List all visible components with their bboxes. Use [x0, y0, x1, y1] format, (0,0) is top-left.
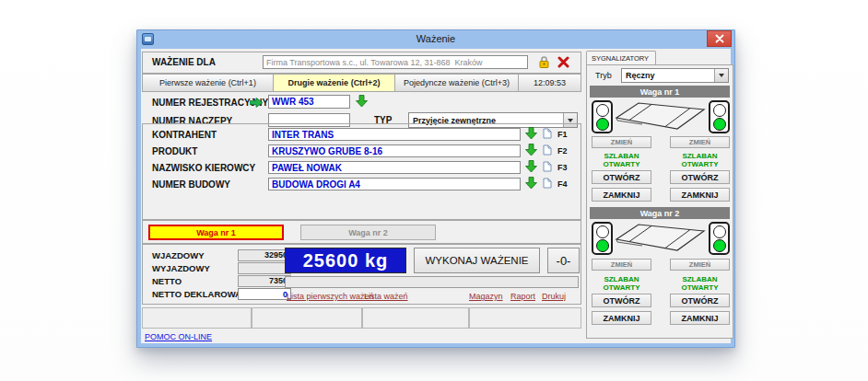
- traffic-light-icon: [592, 100, 613, 133]
- warehouse-link[interactable]: Magazyn: [469, 292, 503, 301]
- mode-select[interactable]: Ręczny: [621, 68, 729, 83]
- info-cell-1: [142, 307, 252, 329]
- net-weight-label: NETTO: [152, 276, 182, 286]
- weighing-for-label: WAŻENIE DLA: [152, 57, 216, 67]
- clear-icon[interactable]: [557, 56, 569, 68]
- site-dropdown-arrow-icon[interactable]: [525, 177, 537, 190]
- desktop: Ważenie WAŻENIE DLA Pierwsze ważenie (Ct: [0, 0, 868, 381]
- driver-fkey-label: F3: [557, 163, 568, 172]
- zero-button[interactable]: -0-: [547, 248, 580, 273]
- tab-scale-1[interactable]: Waga nr 1: [148, 225, 284, 240]
- green-light-on: [596, 118, 609, 131]
- perform-weighing-button[interactable]: WYKONAJ WAŻENIE: [414, 248, 540, 273]
- declared-net-input[interactable]: [238, 288, 291, 300]
- product-label: PRODUKT: [152, 146, 197, 156]
- scale2-right-close-button[interactable]: ZAMKNIJ: [670, 311, 730, 325]
- scale2-left-change-button[interactable]: ZMIEŃ: [592, 259, 651, 271]
- clock: 12:09:53: [518, 74, 581, 92]
- tab-scale-2[interactable]: Waga nr 2: [300, 225, 436, 240]
- report-link[interactable]: Raport: [510, 292, 535, 301]
- exit-weight-value: [238, 262, 291, 274]
- chevron-down-icon: [719, 74, 724, 77]
- net-weight-value: 7350: [238, 275, 291, 287]
- entry-weight-value: 32950: [238, 249, 291, 261]
- signals-scale1-header: Waga nr 1: [590, 86, 730, 98]
- scale1-left-change-button[interactable]: ZMIEŃ: [592, 136, 651, 148]
- tab-signals[interactable]: SYGNALIZATORY: [586, 51, 656, 65]
- scale1-right-close-button[interactable]: ZAMKNIJ: [670, 188, 730, 202]
- registration-number-input[interactable]: [268, 95, 350, 109]
- scale2-right-barrier-status: SZLABAN OTWARTY: [670, 275, 730, 292]
- info-cell-4: [469, 307, 581, 329]
- first-weighings-list-link[interactable]: Lista pierwszych ważeń: [287, 292, 374, 301]
- info-cell-2: [252, 307, 362, 329]
- green-light-on: [596, 239, 609, 252]
- driver-name-input[interactable]: [268, 161, 521, 174]
- red-light-off: [596, 225, 609, 238]
- contractor-input[interactable]: [268, 128, 521, 141]
- signals-scale2-header: Waga nr 2: [590, 207, 730, 219]
- site-number-label: NUMER BUDOWY: [152, 179, 230, 190]
- window-content: WAŻENIE DLA Pierwsze ważenie (Ctrl+1) Dr…: [141, 49, 731, 343]
- driver-document-icon[interactable]: [543, 161, 552, 172]
- registration-dropdown-arrow-icon[interactable]: [356, 95, 368, 108]
- site-document-icon[interactable]: [543, 178, 552, 189]
- scale1-left-open-button[interactable]: OTWÓRZ: [592, 170, 651, 184]
- contractor-document-icon[interactable]: [543, 128, 552, 139]
- contractor-label: KONTRAHENT: [152, 130, 217, 140]
- tab-second-weighing[interactable]: Drugie ważenie (Ctrl+2): [273, 74, 395, 92]
- online-help-link[interactable]: POMOC ON-LINE: [145, 332, 212, 341]
- weighbridge-icon: [615, 98, 708, 134]
- weighing-for-input[interactable]: [263, 55, 528, 69]
- mode-label: Tryb: [595, 71, 612, 80]
- product-document-icon[interactable]: [543, 144, 552, 156]
- arrow-right-icon: [250, 98, 264, 108]
- scale1-right-barrier-status: SZLABAN OTWARTY: [670, 152, 730, 168]
- scale2-left-open-button[interactable]: OTWÓRZ: [592, 294, 651, 307]
- window-title: Ważenie: [137, 33, 734, 44]
- driver-dropdown-arrow-icon[interactable]: [525, 160, 537, 173]
- site-number-input[interactable]: [268, 178, 521, 190]
- exit-weight-label: WYJAZDOWY: [152, 263, 210, 273]
- tab-first-weighing[interactable]: Pierwsze ważenie (Ctrl+1): [142, 74, 274, 92]
- scale2-right-open-button[interactable]: OTWÓRZ: [670, 294, 730, 307]
- weighing-window: Ważenie WAŻENIE DLA Pierwsze ważenie (Ct: [136, 29, 735, 348]
- product-fkey-label: F2: [557, 146, 568, 156]
- scale1-left-barrier-status: SZLABAN OTWARTY: [592, 152, 651, 168]
- scale1-right-open-button[interactable]: OTWÓRZ: [670, 170, 730, 184]
- tab-single-weighing[interactable]: Pojedyncze ważenie (Ctrl+3): [394, 74, 519, 92]
- scale2-right-change-button[interactable]: ZMIEŃ: [670, 259, 730, 271]
- print-link[interactable]: Drukuj: [542, 292, 566, 301]
- weighbridge-icon: [615, 219, 708, 256]
- weighing-note-field: [285, 276, 579, 288]
- weighings-list-link[interactable]: Lista ważeń: [364, 292, 408, 301]
- traffic-light-icon: [709, 222, 730, 255]
- close-icon: [715, 34, 724, 43]
- green-light-on: [713, 118, 726, 131]
- driver-name-label: NAZWISKO KIEROWCY: [152, 163, 255, 173]
- chevron-down-icon: [568, 119, 573, 122]
- titlebar[interactable]: Ważenie: [137, 30, 734, 49]
- scale1-left-close-button[interactable]: ZAMKNIJ: [592, 188, 651, 202]
- traffic-light-icon: [709, 100, 730, 133]
- lock-icon[interactable]: [538, 55, 550, 69]
- red-light-off: [596, 104, 609, 117]
- traffic-light-icon: [592, 222, 613, 255]
- green-light-on: [713, 239, 726, 252]
- site-fkey-label: F4: [557, 179, 568, 189]
- contractor-fkey-label: F1: [557, 130, 568, 139]
- contractor-dropdown-arrow-icon[interactable]: [525, 127, 537, 140]
- mode-select-button[interactable]: [714, 69, 728, 82]
- mode-select-value: Ręczny: [622, 71, 714, 80]
- product-input[interactable]: [268, 144, 521, 157]
- scale2-left-close-button[interactable]: ZAMKNIJ: [592, 311, 651, 325]
- product-dropdown-arrow-icon[interactable]: [525, 144, 537, 156]
- scale1-right-change-button[interactable]: ZMIEŃ: [670, 136, 730, 148]
- info-cell-3: [362, 307, 469, 329]
- weight-display: 25600 kg: [285, 248, 406, 273]
- red-light-off: [713, 225, 726, 238]
- window-close-button[interactable]: [707, 30, 732, 47]
- red-light-off: [713, 104, 726, 117]
- scale2-left-barrier-status: SZLABAN OTWARTY: [592, 275, 651, 292]
- entry-weight-label: WJAZDOWY: [152, 250, 204, 260]
